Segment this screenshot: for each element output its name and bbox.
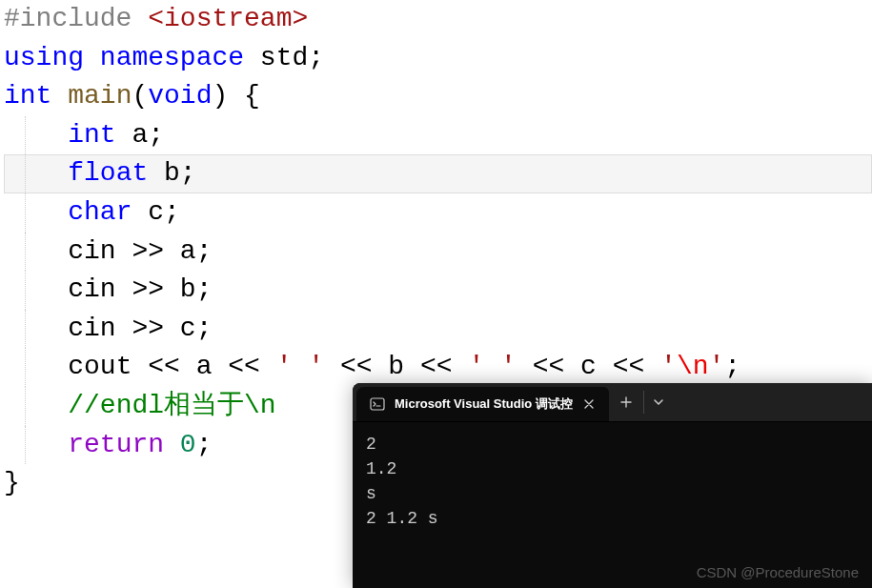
preprocessor: #include	[4, 4, 148, 33]
svg-rect-0	[371, 398, 384, 410]
close-icon[interactable]	[582, 397, 596, 411]
code-line: cout << a << ' ' << b << ' ' << c << '\n…	[4, 348, 872, 387]
terminal-output-line: 2 1.2 s	[366, 506, 859, 531]
terminal-icon	[370, 396, 385, 412]
terminal-output-line: 1.2	[366, 456, 859, 481]
code-line: cin >> b;	[4, 271, 872, 310]
terminal-tab-title: Microsoft Visual Studio 调试控	[395, 395, 573, 413]
code-line: int main(void) {	[4, 77, 872, 116]
new-tab-button[interactable]	[609, 383, 643, 421]
terminal-titlebar[interactable]: Microsoft Visual Studio 调试控	[353, 383, 872, 422]
chevron-down-icon	[653, 396, 664, 408]
code-line: using namespace std;	[4, 39, 872, 78]
terminal-body[interactable]: 2 1.2 s 2 1.2 s	[353, 422, 872, 540]
terminal-output-line: s	[366, 481, 859, 506]
plus-icon	[619, 395, 633, 409]
terminal-window[interactable]: Microsoft Visual Studio 调试控 2 1.2 s 2 1.…	[353, 383, 872, 588]
code-line: #include <iostream>	[4, 0, 872, 39]
code-line: char c;	[4, 193, 872, 233]
comment: //endl相当于\n	[68, 391, 275, 420]
terminal-output-line: 2	[366, 432, 859, 456]
code-line: cin >> a;	[4, 233, 872, 272]
include-lib: <iostream>	[148, 4, 308, 33]
code-line: int a;	[4, 116, 872, 155]
function-name: main	[68, 81, 132, 111]
tab-dropdown-button[interactable]	[644, 383, 673, 421]
watermark: CSDN @ProcedureStone	[697, 564, 859, 580]
terminal-tab[interactable]: Microsoft Visual Studio 调试控	[356, 387, 609, 421]
code-line-active: float b;	[4, 154, 872, 193]
code-line: cin >> c;	[4, 310, 872, 349]
